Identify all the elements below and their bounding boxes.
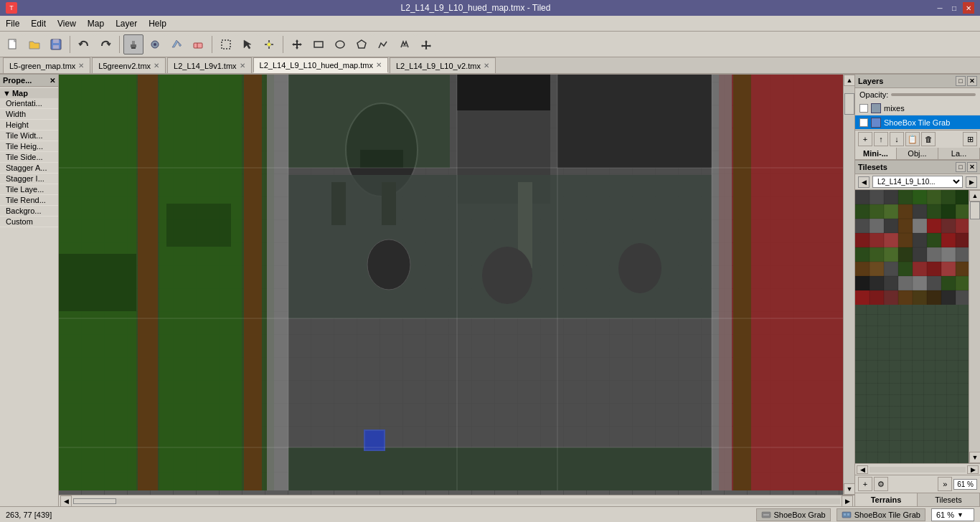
tab-4[interactable]: L2_L14_L9_L10_v2.tmx ✕ <box>390 57 496 73</box>
move-button[interactable] <box>287 34 307 54</box>
svg-rect-119 <box>956 276 969 290</box>
layer-item-shoebox[interactable]: ✓ ShoeBox Tile Grab <box>855 115 980 130</box>
svg-point-48 <box>367 239 410 290</box>
erase-button[interactable] <box>188 34 208 54</box>
tileset-scroll-thumb[interactable] <box>970 201 980 219</box>
tileset-hscroll-right[interactable]: ▶ <box>967 465 979 474</box>
tab-close-2[interactable]: ✕ <box>240 62 245 70</box>
svg-rect-100 <box>913 247 927 262</box>
tileset-canvas[interactable] <box>855 190 969 463</box>
text-button[interactable] <box>395 34 415 54</box>
shoebox-grab-status[interactable]: ShoeBox Grab <box>756 508 831 521</box>
tileset-props-button[interactable]: ⚙ <box>874 477 888 491</box>
properties-close-button[interactable]: ✕ <box>50 77 55 85</box>
tileset-scroll-track[interactable] <box>969 201 980 452</box>
magic-wand-button[interactable] <box>259 34 279 54</box>
mini-tab-2[interactable]: La... <box>938 148 980 159</box>
tileset-select[interactable]: L2_L14_L9_L10... <box>872 176 963 188</box>
menu-file[interactable]: File <box>0 17 25 30</box>
tab-terrains[interactable]: Terrains <box>855 493 918 506</box>
open-button[interactable] <box>24 34 44 54</box>
map-area[interactable] <box>59 75 843 495</box>
hscroll-thumb[interactable] <box>73 498 116 504</box>
layer-delete-button[interactable]: 🗑 <box>921 132 936 146</box>
layers-close-button[interactable]: ✕ <box>967 76 977 86</box>
mini-tab-0[interactable]: Mini-... <box>855 148 897 159</box>
pan-zoom-button[interactable] <box>416 34 436 54</box>
layers-float-button[interactable]: □ <box>956 76 966 86</box>
tab-2[interactable]: L2_L14_L9v1.tmx ✕ <box>167 57 251 73</box>
fill-button[interactable] <box>166 34 187 54</box>
save-button[interactable] <box>46 34 66 54</box>
menu-layer[interactable]: Layer <box>110 17 143 30</box>
menu-help[interactable]: Help <box>143 17 172 30</box>
svg-rect-117 <box>927 276 941 290</box>
scroll-track[interactable] <box>844 86 854 483</box>
polygon-button[interactable] <box>352 34 372 54</box>
scroll-left-button[interactable]: ◀ <box>60 495 72 507</box>
map-section-header[interactable]: ▼ Map <box>0 88 58 98</box>
menu-view[interactable]: View <box>52 17 82 30</box>
layer-merge-button[interactable]: ⊞ <box>963 132 977 146</box>
layer-add-button[interactable]: + <box>858 132 872 146</box>
tilesets-close-button[interactable]: ✕ <box>967 162 977 172</box>
scroll-up-button[interactable]: ▲ <box>844 75 854 86</box>
tileset-zoom-out-button[interactable]: » <box>938 477 952 491</box>
tab-1[interactable]: L5greenv2.tmx ✕ <box>92 57 166 73</box>
select2-button[interactable] <box>237 34 258 54</box>
menu-map[interactable]: Map <box>82 17 110 30</box>
polyline-button[interactable] <box>373 34 393 54</box>
tileset-prev-button[interactable]: ◀ <box>858 176 870 188</box>
tab-label-1: L5greenv2.tmx <box>98 62 151 70</box>
svg-rect-71 <box>956 190 969 204</box>
redo-button[interactable] <box>95 34 116 54</box>
wangfill-button[interactable] <box>145 34 165 54</box>
tilesets-section: Tilesets □ ✕ ◀ L2_L14_L9_L10... ▶ <box>855 161 980 506</box>
tileset-vscroll[interactable]: ▲ ▼ <box>969 190 980 463</box>
stamp-button[interactable] <box>123 34 143 54</box>
layer-down-button[interactable]: ↓ <box>890 132 904 146</box>
zoom-dropdown-icon[interactable]: ▼ <box>957 511 963 518</box>
select-button[interactable] <box>216 34 236 54</box>
tab-close-4[interactable]: ✕ <box>484 62 489 70</box>
scroll-thumb[interactable] <box>844 93 854 115</box>
tileset-scroll-down[interactable]: ▼ <box>969 452 980 463</box>
layer-checkbox-mixes[interactable] <box>859 104 868 113</box>
ellipse-select-button[interactable] <box>330 34 350 54</box>
properties-panel: Prope... ✕ ▼ Map Orientati... Width Heig… <box>0 75 59 506</box>
tab-close-0[interactable]: ✕ <box>78 62 84 70</box>
rect-select-button[interactable] <box>308 34 329 54</box>
hscroll-track[interactable] <box>73 498 840 504</box>
tab-close-1[interactable]: ✕ <box>154 62 159 70</box>
layer-copy-button[interactable]: 📋 <box>905 132 920 146</box>
new-button[interactable] <box>3 34 23 54</box>
menu-edit[interactable]: Edit <box>25 17 52 30</box>
layer-item-mixes[interactable]: mixes <box>855 101 980 115</box>
tileset-add-button[interactable]: + <box>858 477 872 491</box>
tilesets-float-button[interactable]: □ <box>956 162 966 172</box>
svg-rect-111 <box>956 262 969 276</box>
minimize-button[interactable]: ─ <box>934 2 946 14</box>
map-horizontal-scrollbar[interactable]: ◀ ▶ <box>59 495 854 506</box>
tab-3[interactable]: L2_L14_L9_L10_hued_map.tmx ✕ <box>253 57 388 73</box>
map-vertical-scrollbar[interactable]: ▲ ▼ <box>843 75 854 495</box>
mini-tab-1[interactable]: Obj... <box>897 148 938 159</box>
close-button[interactable]: ✕ <box>963 2 974 14</box>
layer-checkbox-shoebox[interactable]: ✓ <box>859 118 868 127</box>
tileset-hscroll[interactable]: ◀ ▶ <box>855 463 980 475</box>
tileset-hscroll-track[interactable] <box>870 467 966 473</box>
tab-tilesets[interactable]: Tilesets <box>918 493 980 506</box>
undo-button[interactable] <box>74 34 94 54</box>
tileset-hscroll-left[interactable]: ◀ <box>857 465 868 474</box>
scroll-down-button[interactable]: ▼ <box>844 483 854 495</box>
shoebox-tile-grab-status[interactable]: ShoeBox Tile Grab <box>837 508 925 521</box>
tileset-scroll-up[interactable]: ▲ <box>969 190 980 201</box>
opacity-slider[interactable] <box>891 93 976 96</box>
tab-0[interactable]: L5-green_map.tmx ✕ <box>3 57 90 73</box>
tab-close-3[interactable]: ✕ <box>376 61 382 69</box>
maximize-button[interactable]: □ <box>948 2 960 14</box>
zoom-display[interactable]: 61 % ▼ <box>931 508 974 521</box>
layer-up-button[interactable]: ↑ <box>874 132 888 146</box>
scroll-right-button[interactable]: ▶ <box>842 495 853 507</box>
tileset-next-button[interactable]: ▶ <box>966 176 977 188</box>
